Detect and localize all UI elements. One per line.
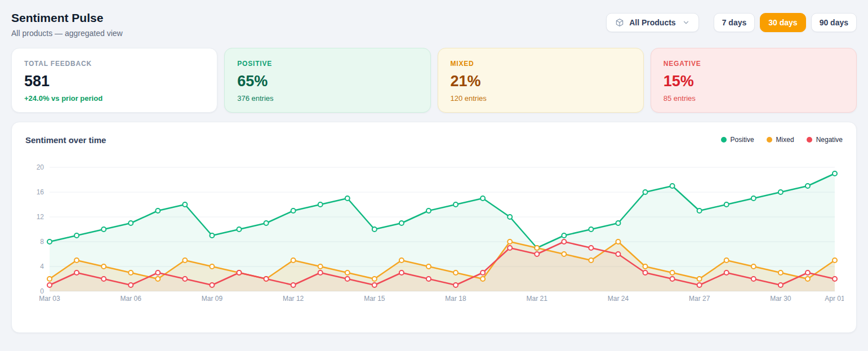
chart-legend: Positive Mixed Negative xyxy=(721,136,843,144)
chart-title: Sentiment over time xyxy=(25,135,106,145)
sentiment-chart-card: Sentiment over time Positive Mixed Negat… xyxy=(11,122,857,333)
cube-icon xyxy=(615,18,624,27)
range-button-group: 7 days 30 days 90 days xyxy=(714,13,857,32)
page-subtitle: All products — aggregated view xyxy=(11,29,123,38)
range-button-90-days[interactable]: 90 days xyxy=(811,13,857,32)
svg-text:Mar 15: Mar 15 xyxy=(364,295,385,303)
stat-entries: 85 entries xyxy=(664,94,844,103)
svg-text:0: 0 xyxy=(40,287,44,295)
sentiment-over-time-chart: 048121620Mar 03Mar 06Mar 09Mar 12Mar 15M… xyxy=(25,148,844,317)
legend-dot-positive xyxy=(721,137,727,143)
svg-text:Mar 09: Mar 09 xyxy=(202,295,223,303)
stat-label: POSITIVE xyxy=(237,60,417,68)
stat-label: TOTAL FEEDBACK xyxy=(24,60,204,68)
stat-value: 15% xyxy=(664,73,844,90)
chevron-down-icon xyxy=(682,19,690,26)
stat-entries: 376 entries xyxy=(237,94,417,103)
svg-text:Mar 21: Mar 21 xyxy=(527,295,548,303)
svg-text:Mar 24: Mar 24 xyxy=(608,295,629,303)
stat-card-row: TOTAL FEEDBACK 581 +24.0% vs prior perio… xyxy=(0,41,868,113)
product-filter-dropdown[interactable]: All Products xyxy=(606,13,698,32)
svg-text:Mar 27: Mar 27 xyxy=(689,295,710,303)
page-title: Sentiment Pulse xyxy=(11,11,123,25)
svg-text:Apr 01: Apr 01 xyxy=(825,295,844,303)
svg-text:16: 16 xyxy=(37,188,44,196)
stat-card-positive: POSITIVE 65% 376 entries xyxy=(224,48,430,113)
stat-label: MIXED xyxy=(451,60,631,68)
svg-text:Mar 18: Mar 18 xyxy=(445,295,466,303)
svg-text:Mar 30: Mar 30 xyxy=(770,295,791,303)
svg-text:8: 8 xyxy=(40,238,44,246)
stat-value: 21% xyxy=(451,73,631,90)
chart-header: Sentiment over time Positive Mixed Negat… xyxy=(25,134,843,146)
legend-label: Positive xyxy=(731,136,754,144)
stat-card-negative: NEGATIVE 15% 85 entries xyxy=(651,48,857,113)
stat-card-mixed: MIXED 21% 120 entries xyxy=(438,48,644,113)
svg-text:Mar 06: Mar 06 xyxy=(121,295,142,303)
svg-text:Mar 03: Mar 03 xyxy=(39,295,60,303)
svg-text:20: 20 xyxy=(37,163,44,171)
svg-text:12: 12 xyxy=(37,213,44,221)
stat-card-total-feedback: TOTAL FEEDBACK 581 +24.0% vs prior perio… xyxy=(11,48,217,113)
legend-label: Mixed xyxy=(776,136,794,144)
svg-text:Mar 12: Mar 12 xyxy=(283,295,304,303)
legend-item-positive[interactable]: Positive xyxy=(721,136,754,144)
svg-text:4: 4 xyxy=(40,263,44,270)
topbar: Sentiment Pulse All products — aggregate… xyxy=(0,0,868,41)
legend-dot-negative xyxy=(807,137,812,143)
stat-label: NEGATIVE xyxy=(664,60,844,68)
range-button-7-days[interactable]: 7 days xyxy=(714,13,755,32)
legend-label: Negative xyxy=(816,136,843,144)
legend-item-negative[interactable]: Negative xyxy=(807,136,843,144)
stat-entries: 120 entries xyxy=(451,94,631,103)
range-button-30-days[interactable]: 30 days xyxy=(760,13,805,32)
stat-value: 581 xyxy=(24,73,204,90)
header-controls: All Products 7 days 30 days 90 days xyxy=(606,13,857,32)
stat-value: 65% xyxy=(237,73,417,90)
legend-dot-mixed xyxy=(767,137,772,143)
product-filter-label: All Products xyxy=(629,18,675,27)
header-text: Sentiment Pulse All products — aggregate… xyxy=(11,10,123,38)
legend-item-mixed[interactable]: Mixed xyxy=(767,136,794,144)
stat-delta: +24.0% vs prior period xyxy=(24,94,204,103)
